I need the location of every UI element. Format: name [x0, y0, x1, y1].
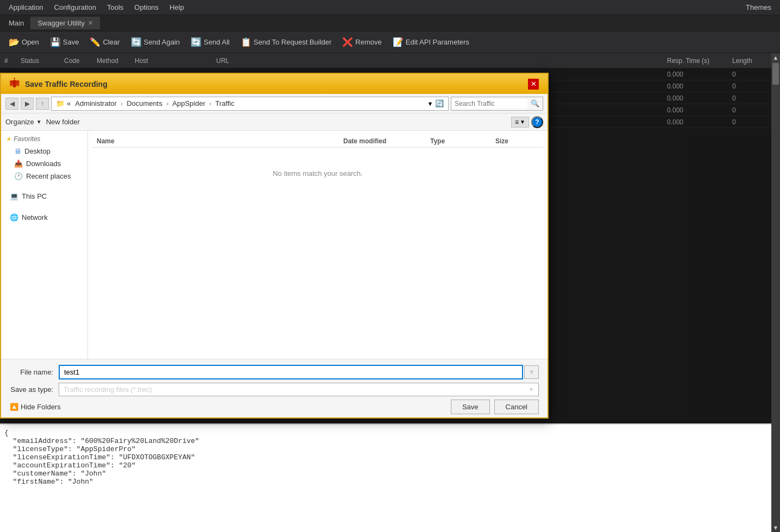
dialog-title-bar: 🕷 Save Traffic Recording ✕	[1, 74, 548, 94]
savetype-arrow-icon: ▼	[529, 387, 534, 392]
favorites-group: ★ Favorites 🖥 Desktop 📥 Downloads	[5, 135, 83, 182]
main-area: 0.000 0 0.000 0 0.000 0 0.000 0 0.000 0 …	[0, 68, 780, 532]
col-type-header[interactable]: Type	[430, 137, 495, 145]
favorites-label: ★ Favorites	[5, 135, 83, 143]
downloads-icon: 📥	[14, 160, 23, 168]
col-name-header[interactable]: Name	[97, 137, 343, 145]
clear-button[interactable]: ✏️ Clear	[85, 35, 124, 49]
path-dropdown-button[interactable]: ▼	[427, 100, 433, 107]
tab-close-icon[interactable]: ✕	[88, 20, 93, 27]
menu-tools[interactable]: Tools	[103, 1, 128, 14]
thispc-label: This PC	[22, 192, 47, 200]
menu-themes[interactable]: Themes	[741, 1, 776, 14]
view-button[interactable]: ≡ ▼	[511, 117, 529, 128]
path-arrow-2: ›	[165, 99, 170, 107]
dialog-close-button[interactable]: ✕	[528, 79, 539, 90]
organize-dropdown[interactable]: Organize ▼	[5, 118, 42, 126]
bottom-panel: { "emailAddress": "600%20Fairy%20Land%20…	[0, 423, 780, 532]
organize-arrow-icon: ▼	[36, 119, 42, 125]
remove-label: Remove	[355, 38, 381, 46]
path-arrow-3: ›	[207, 99, 213, 107]
scrollbar-thumb[interactable]	[772, 63, 779, 85]
nav-forward-button[interactable]: ▶	[21, 98, 34, 110]
organize-label: Organize	[5, 118, 34, 126]
sidebar-item-thispc[interactable]: 💻 This PC	[8, 190, 81, 202]
help-button[interactable]: ?	[531, 116, 543, 128]
scrollbar-up-arrow[interactable]: ▲	[771, 53, 780, 62]
address-path[interactable]: 📁 « Administrator › Documents › AppSpide…	[51, 97, 449, 111]
sidebar-item-downloads[interactable]: 📥 Downloads	[5, 157, 83, 170]
send-all-icon: 🔄	[191, 37, 202, 47]
send-all-label: Send All	[204, 38, 230, 46]
col-host-header: Host	[135, 57, 216, 65]
path-crumb-traffic: Traffic	[215, 99, 234, 107]
menu-application[interactable]: Application	[4, 1, 48, 14]
dialog-overlay: 🕷 Save Traffic Recording ✕ ◀ ▶ ↑ 📁 « Adm…	[0, 68, 780, 423]
dialog-action-buttons: Save Cancel	[451, 400, 539, 414]
col-code-header: Code	[64, 57, 97, 65]
empty-message: No items match your search.	[92, 169, 543, 178]
save-label: Save	[63, 38, 79, 46]
this-pc-section: 💻 This PC	[5, 187, 83, 206]
menu-configuration[interactable]: Configuration	[50, 1, 100, 14]
edit-api-button[interactable]: 📝 Edit API Parameters	[388, 35, 474, 49]
remove-button[interactable]: ❌ Remove	[338, 35, 386, 49]
dialog-cancel-button[interactable]: Cancel	[494, 400, 539, 414]
desktop-icon: 🖥	[14, 147, 21, 155]
send-again-label: Send Again	[144, 38, 180, 46]
sidebar-item-desktop[interactable]: 🖥 Desktop	[5, 145, 83, 157]
desktop-label: Desktop	[24, 147, 51, 155]
send-all-button[interactable]: 🔄 Send All	[186, 35, 234, 49]
hide-folders-button[interactable]: 🔼 Hide Folders	[10, 403, 61, 411]
send-again-button[interactable]: 🔄 Send Again	[127, 35, 185, 49]
menu-options[interactable]: Options	[130, 1, 163, 14]
menu-help[interactable]: Help	[165, 1, 188, 14]
col-size-header[interactable]: Size	[495, 137, 539, 145]
clear-label: Clear	[103, 38, 119, 46]
new-folder-button[interactable]: New folder	[46, 118, 80, 126]
clear-icon: ✏️	[90, 37, 100, 47]
filename-dropdown-icon[interactable]: ▼	[524, 365, 539, 379]
dialog-logo-icon: 🕷	[10, 78, 20, 90]
col-date-header[interactable]: Date modified	[343, 137, 430, 145]
savetype-dropdown[interactable]: Traffic recording files (*.trec) ▼	[59, 383, 539, 396]
scrollbar-down-arrow[interactable]: ▼	[771, 523, 780, 532]
dialog-secondary-toolbar: Organize ▼ New folder ≡ ▼ ?	[1, 113, 548, 131]
table-body: 0.000 0 0.000 0 0.000 0 0.000 0 0.000 0 …	[0, 68, 780, 423]
hide-folders-label: Hide Folders	[21, 403, 61, 411]
path-refresh-button[interactable]: 🔄	[435, 99, 444, 107]
thispc-icon: 💻	[10, 192, 18, 200]
tab-main[interactable]: Main	[2, 17, 31, 29]
send-to-request-label: Send To Request Builder	[254, 38, 332, 46]
toolbar-right-controls: ≡ ▼ ?	[511, 116, 543, 128]
sidebar-item-network[interactable]: 🌐 Network	[8, 211, 81, 224]
tab-swagger-utility[interactable]: Swagger Utility ✕	[31, 17, 100, 29]
open-icon: 📂	[9, 37, 20, 47]
dialog-sidebar: ★ Favorites 🖥 Desktop 📥 Downloads	[1, 131, 88, 359]
downloads-label: Downloads	[26, 160, 61, 168]
path-arrow-1: ›	[119, 99, 124, 107]
filename-input[interactable]	[59, 365, 523, 379]
search-input[interactable]	[451, 99, 527, 109]
edit-api-label: Edit API Parameters	[406, 38, 469, 46]
save-button[interactable]: 💾 Save	[46, 35, 84, 49]
nav-back-button[interactable]: ◀	[5, 98, 18, 110]
tab-main-label: Main	[9, 19, 24, 27]
dialog-save-button[interactable]: Save	[451, 400, 490, 414]
search-box[interactable]: 🔍	[451, 97, 543, 111]
new-folder-label: New folder	[46, 118, 80, 126]
sidebar-item-recent[interactable]: 🕐 Recent places	[5, 170, 83, 182]
send-to-request-button[interactable]: 📋 Send To Request Builder	[236, 35, 336, 49]
open-button[interactable]: 📂 Open	[4, 35, 43, 49]
view-arrow-icon: ▼	[520, 119, 525, 125]
recent-icon: 🕐	[14, 172, 23, 180]
filename-row: File name: ▼	[10, 365, 539, 379]
network-section: 🌐 Network	[5, 208, 83, 227]
col-status-header: Status	[21, 57, 64, 65]
column-headers: Name Date modified Type Size	[92, 135, 543, 148]
send-again-icon: 🔄	[131, 37, 142, 47]
network-icon: 🌐	[10, 213, 18, 221]
col-length-header: Length	[732, 57, 776, 65]
nav-up-button[interactable]: ↑	[36, 98, 49, 110]
scrollbar[interactable]: ▲ ▼	[771, 53, 780, 532]
